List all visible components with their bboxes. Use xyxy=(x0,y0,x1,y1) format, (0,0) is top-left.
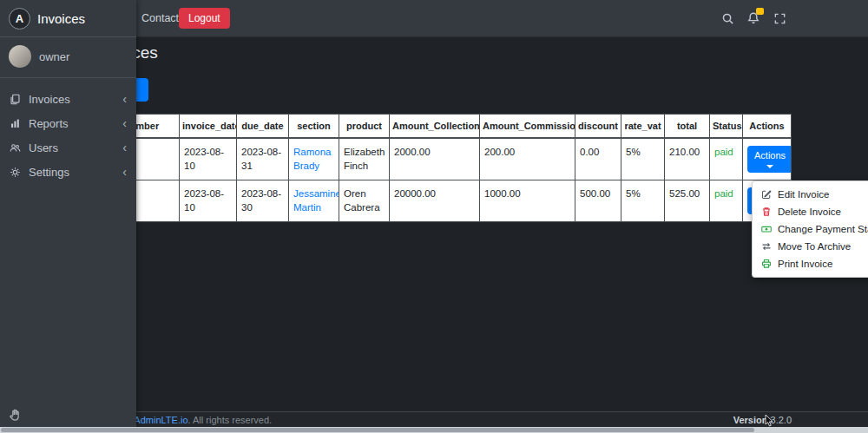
col-amount-commission: Amount_Commission xyxy=(480,115,575,139)
cell-status: paid xyxy=(710,180,743,222)
menu-item-print-invoice[interactable]: Print Invoice xyxy=(753,255,868,272)
scrollbar-thumb[interactable] xyxy=(1,428,754,432)
col-discount: discount xyxy=(575,115,621,139)
cell-amount-commission: 1000.00 xyxy=(480,180,575,222)
user-avatar xyxy=(9,45,31,68)
chevron-left-icon: ‹ xyxy=(122,166,127,178)
printer-icon xyxy=(761,259,772,269)
sidebar-item-invoices[interactable]: Invoices ‹ xyxy=(0,87,136,111)
status-badge: paid xyxy=(714,147,733,157)
cell-rate-vat: 5% xyxy=(621,180,665,222)
menu-item-delete-invoice[interactable]: Delete Invoice xyxy=(753,203,868,220)
cell-section: Ramona Brady xyxy=(289,138,339,180)
hand-icon xyxy=(9,408,23,423)
version-text: Version 3.2.0 xyxy=(733,415,792,425)
col-actions: Actions xyxy=(743,115,792,139)
menu-item-edit-invoice[interactable]: Edit Invoice xyxy=(753,186,868,203)
section-link[interactable]: Jessamine Martin xyxy=(293,188,339,213)
cell-discount: 500.00 xyxy=(575,180,621,222)
col-product: product xyxy=(339,115,390,139)
invoices-table: invoice_number invoice_date due_date sec… xyxy=(65,114,792,222)
cell-amount-commission: 200.00 xyxy=(480,138,575,180)
contact-link[interactable]: Contact xyxy=(141,0,179,36)
edit-icon xyxy=(761,189,772,200)
status-badge: paid xyxy=(714,188,733,199)
search-icon[interactable] xyxy=(721,12,734,25)
logout-button[interactable]: Logout xyxy=(179,8,230,29)
notification-badge xyxy=(756,8,764,15)
trash-icon xyxy=(761,207,772,217)
horizontal-scrollbar[interactable] xyxy=(0,427,868,433)
sidebar: A Invoices owner Invoices ‹ Reports ‹ xyxy=(0,0,136,427)
sidebar-item-reports[interactable]: Reports ‹ xyxy=(0,111,136,135)
cell-rate-vat: 5% xyxy=(621,138,665,180)
notifications-bell-icon[interactable] xyxy=(746,11,760,25)
table-row: 2023-08-10 2023-08-31 Ramona Brady Eliza… xyxy=(66,138,792,180)
sidebar-menu: Invoices ‹ Reports ‹ Users ‹ xyxy=(0,78,136,184)
col-amount-collection: Amount_Collection xyxy=(390,115,480,139)
sidebar-item-users[interactable]: Users ‹ xyxy=(0,135,136,160)
table-row: 2023-08-10 2023-08-30 Jessamine Martin O… xyxy=(66,180,792,222)
chart-icon xyxy=(10,118,21,129)
cell-total: 210.00 xyxy=(665,138,710,180)
col-due-date: due_date xyxy=(237,115,289,139)
table-header-row: invoice_number invoice_date due_date sec… xyxy=(66,115,792,139)
caret-down-icon xyxy=(766,165,773,168)
money-icon xyxy=(761,224,772,234)
menu-item-move-to-archive[interactable]: Move To Archive xyxy=(753,238,868,255)
cell-discount: 0.00 xyxy=(575,138,621,180)
col-status: Status xyxy=(710,115,743,139)
fullscreen-icon[interactable] xyxy=(773,12,786,25)
brand-title: Invoices xyxy=(37,11,85,26)
cell-product: Oren Cabrera xyxy=(339,180,390,222)
cell-amount-collection: 2000.00 xyxy=(390,138,480,180)
cell-actions: Actions xyxy=(743,138,792,180)
cell-product: Elizabeth Finch xyxy=(339,138,390,180)
sidebar-item-settings[interactable]: Settings ‹ xyxy=(0,160,136,184)
col-total: total xyxy=(665,115,710,139)
gear-icon xyxy=(10,167,21,178)
cell-status: paid xyxy=(710,138,743,180)
brand-link[interactable]: A Invoices xyxy=(0,0,136,37)
exchange-icon xyxy=(761,241,772,252)
user-panel: owner xyxy=(0,37,136,78)
chevron-left-icon: ‹ xyxy=(122,141,127,154)
col-section: section xyxy=(289,115,339,139)
col-rate-vat: rate_vat xyxy=(621,115,665,139)
cell-amount-collection: 20000.00 xyxy=(390,180,480,222)
users-icon xyxy=(10,142,21,154)
cell-total: 525.00 xyxy=(665,180,710,222)
chevron-left-icon: ‹ xyxy=(122,93,127,105)
cell-section: Jessamine Martin xyxy=(289,180,339,222)
cell-invoice-date: 2023-08-10 xyxy=(180,180,237,222)
app-logo-icon: A xyxy=(9,8,30,30)
chevron-left-icon: ‹ xyxy=(122,117,127,129)
section-link[interactable]: Ramona Brady xyxy=(293,147,331,171)
mouse-cursor-icon xyxy=(765,415,775,427)
copy-icon xyxy=(10,94,21,105)
cell-due-date: 2023-08-30 xyxy=(237,180,289,222)
actions-dropdown-button[interactable]: Actions xyxy=(747,146,792,173)
user-name: owner xyxy=(39,50,69,63)
adminlte-link[interactable]: AdminLTE.io xyxy=(134,415,187,425)
cell-due-date: 2023-08-31 xyxy=(237,138,289,180)
cell-invoice-date: 2023-08-10 xyxy=(180,138,237,180)
menu-item-change-payment-status[interactable]: Change Payment Status xyxy=(753,220,868,238)
actions-dropdown-menu: Edit Invoice Delete Invoice Change Payme… xyxy=(752,180,868,278)
col-invoice-date: invoice_date xyxy=(180,115,237,139)
